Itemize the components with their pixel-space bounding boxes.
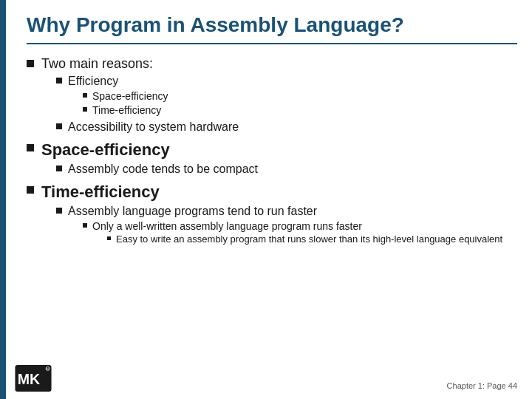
bullet-icon — [56, 78, 62, 83]
svg-text:R: R — [47, 367, 49, 371]
sub-sub-list: Space-efficiency Time-efficiency — [68, 90, 168, 116]
bullet-icon — [27, 60, 34, 67]
list-item: Efficiency Space-efficiency Time-efficie… — [56, 75, 239, 118]
footer-text: Chapter 1: Page 44 — [447, 381, 517, 390]
list-item: Time-efficiency Assembly language progra… — [27, 183, 517, 251]
bullet-icon — [27, 186, 34, 194]
slide: Why Program in Assembly Language? Two ma… — [0, 0, 532, 399]
list-item: Space-efficiency Assembly code tends to … — [27, 140, 517, 178]
bullet-icon — [107, 236, 111, 240]
sub-list: Assembly code tends to be compact — [41, 163, 258, 176]
list-item: Assembly code tends to be compact — [56, 163, 258, 176]
list-item-content: Space-efficiency Assembly code tends to … — [41, 140, 258, 178]
item-text: Assembly language programs tend to run f… — [68, 205, 317, 217]
item-text: Only a well-written assembly language pr… — [92, 220, 362, 232]
list-item: Easy to write an assembly program that r… — [107, 233, 502, 245]
item-text: Space-efficiency — [41, 140, 170, 159]
bullet-icon — [83, 223, 87, 228]
list-item: Time-efficiency — [83, 104, 168, 116]
svg-text:MK: MK — [18, 371, 41, 387]
slide-content: Why Program in Assembly Language? Two ma… — [12, 0, 532, 263]
item-text: Time-efficiency — [41, 183, 160, 201]
item-text: Accessibility to system hardware — [68, 120, 239, 134]
slide-title: Why Program in Assembly Language? — [27, 13, 517, 44]
sub-list: Efficiency Space-efficiency Time-efficie… — [41, 75, 239, 134]
list-item: Two main reasons: Efficiency Space-effic… — [27, 56, 517, 136]
bullet-icon — [83, 107, 87, 112]
logo: MK R — [15, 365, 52, 392]
sub-item-content: Assembly language programs tend to run f… — [68, 205, 502, 249]
item-text: Efficiency — [68, 75, 118, 87]
item-text: Two main reasons: — [41, 56, 153, 71]
sub-sub-list: Only a well-written assembly language pr… — [68, 220, 502, 247]
item-text: Assembly code tends to be compact — [68, 163, 258, 176]
item-text: Easy to write an assembly program that r… — [116, 233, 502, 245]
bullet-icon — [56, 166, 62, 171]
list-item-content: Two main reasons: Efficiency Space-effic… — [41, 56, 239, 136]
list-item: Accessibility to system hardware — [56, 120, 239, 134]
item-text: Time-efficiency — [92, 104, 161, 116]
item-text: Space-efficiency — [92, 90, 168, 102]
sub-sub-sub-list: Easy to write an assembly program that r… — [92, 233, 502, 245]
bullet-icon — [56, 123, 62, 129]
main-list: Two main reasons: Efficiency Space-effic… — [27, 56, 517, 251]
top-border — [0, 0, 6, 399]
sub-sub-item-content: Only a well-written assembly language pr… — [92, 220, 502, 247]
list-item: Space-efficiency — [83, 90, 168, 102]
sub-list: Assembly language programs tend to run f… — [41, 205, 502, 249]
bullet-icon — [27, 144, 34, 151]
sub-item-content: Efficiency Space-efficiency Time-efficie… — [68, 75, 168, 118]
list-item: Only a well-written assembly language pr… — [83, 220, 502, 247]
logo-svg: MK R — [15, 365, 52, 392]
list-item-content: Time-efficiency Assembly language progra… — [41, 183, 502, 251]
bullet-icon — [83, 93, 87, 98]
bullet-icon — [56, 208, 62, 214]
list-item: Assembly language programs tend to run f… — [56, 205, 502, 249]
